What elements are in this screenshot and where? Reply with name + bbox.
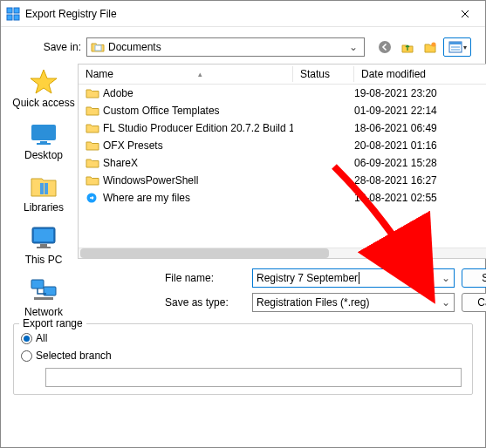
svg-rect-13	[37, 143, 51, 145]
network-icon	[28, 276, 59, 304]
file-name-input[interactable]: Registry 7 September ⌄	[252, 268, 455, 288]
svg-rect-18	[40, 244, 47, 247]
libraries-icon	[28, 172, 59, 200]
file-list-row[interactable]: Adobe19-08-2021 23:20	[79, 85, 486, 102]
svg-rect-11	[31, 125, 56, 140]
place-network[interactable]: Network	[10, 276, 78, 318]
radio-icon	[21, 333, 32, 344]
svg-rect-17	[34, 229, 53, 241]
documents-folder-icon	[91, 41, 105, 53]
export-registry-dialog: Export Registry File Save in: Documents …	[0, 0, 486, 448]
svg-rect-22	[34, 297, 53, 300]
export-range-group: Export range All Selected branch	[13, 323, 473, 395]
registry-icon	[6, 7, 20, 21]
place-desktop[interactable]: Desktop	[10, 119, 78, 161]
folder-icon	[86, 87, 99, 99]
folder-icon	[86, 122, 99, 134]
file-list-row[interactable]: ShareX06-09-2021 15:28	[79, 154, 486, 172]
row-name: WindowsPowerShell	[103, 174, 198, 187]
row-name: Custom Office Templates	[103, 105, 220, 117]
file-list-row[interactable]: Where are my files13-08-2021 02:55	[79, 189, 486, 207]
horizontal-scrollbar[interactable]	[79, 248, 486, 258]
row-date: 13-08-2021 02:55	[354, 192, 486, 204]
star-icon	[28, 67, 59, 95]
row-name: Where are my files	[103, 192, 190, 204]
file-list-header[interactable]: Name▴ Status Date modified	[79, 64, 486, 85]
radio-all[interactable]: All	[21, 329, 465, 347]
file-list-row[interactable]: FL Studio Producer Edition 20.7.2 Build …	[79, 119, 486, 137]
svg-rect-4	[95, 45, 101, 51]
folder-icon	[86, 157, 99, 169]
row-name: Adobe	[103, 87, 133, 99]
back-button[interactable]	[375, 37, 394, 57]
radio-icon	[21, 350, 32, 362]
save-in-dropdown[interactable]: Documents ⌄	[86, 37, 365, 57]
folder-icon	[86, 139, 99, 152]
row-name: ShareX	[103, 157, 138, 169]
svg-rect-20	[31, 280, 44, 288]
save-in-label: Save in:	[31, 41, 81, 53]
row-name: FL Studio Producer Edition 20.7.2 Build …	[103, 122, 293, 134]
column-name: Name▴	[79, 64, 293, 84]
chevron-down-icon: ⌄	[346, 41, 360, 53]
folder-icon	[86, 174, 99, 187]
svg-rect-1	[14, 8, 19, 13]
column-date: Date modified	[354, 64, 486, 84]
up-one-level-button[interactable]	[398, 37, 417, 57]
svg-rect-8	[449, 42, 462, 44]
chevron-down-icon: ⌄	[442, 272, 450, 284]
file-list-row[interactable]: Custom Office Templates01-09-2021 22:14	[79, 102, 486, 119]
place-libraries[interactable]: Libraries	[10, 172, 78, 214]
place-quick-access[interactable]: Quick access	[10, 67, 78, 109]
text-cursor	[359, 272, 359, 284]
shortcut-icon	[86, 192, 99, 204]
places-bar: Quick access Desktop Libraries This PC N…	[10, 64, 78, 318]
radio-selected-branch[interactable]: Selected branch	[21, 347, 465, 364]
svg-rect-14	[40, 183, 44, 194]
desktop-icon	[28, 119, 59, 147]
file-list[interactable]: Name▴ Status Date modified Adobe19-08-20…	[78, 64, 486, 259]
titlebar: Export Registry File	[1, 1, 485, 27]
row-date: 18-06-2021 06:49	[354, 122, 486, 134]
file-list-row[interactable]: WindowsPowerShell28-08-2021 16:27	[79, 172, 486, 189]
save-in-value: Documents	[108, 41, 161, 53]
window-title: Export Registry File	[25, 8, 445, 20]
row-date: 28-08-2021 16:27	[354, 174, 486, 187]
place-this-pc[interactable]: This PC	[10, 224, 78, 266]
view-menu-button[interactable]: ▾	[443, 37, 471, 57]
svg-rect-2	[7, 15, 12, 20]
row-date: 20-08-2021 01:16	[354, 139, 486, 152]
svg-rect-12	[40, 141, 47, 143]
cancel-button[interactable]: Cancel	[462, 293, 486, 312]
place-label: Desktop	[24, 149, 63, 161]
svg-rect-15	[44, 183, 48, 194]
file-name-label: File name:	[165, 272, 245, 284]
svg-rect-3	[14, 15, 19, 20]
folder-icon	[86, 105, 99, 117]
place-label: Network	[24, 306, 63, 318]
selected-branch-input[interactable]	[45, 368, 462, 387]
save-as-type-dropdown[interactable]: Registration Files (*.reg) ⌄	[252, 293, 455, 312]
place-label: This PC	[25, 254, 63, 266]
svg-rect-0	[7, 8, 12, 13]
chevron-down-icon: ⌄	[442, 296, 450, 309]
place-label: Quick access	[12, 97, 74, 109]
file-list-row[interactable]: OFX Presets20-08-2021 01:16	[79, 137, 486, 154]
this-pc-icon	[28, 224, 59, 252]
place-label: Libraries	[24, 201, 64, 214]
sort-indicator-icon: ▴	[198, 70, 202, 78]
row-date: 06-09-2021 15:28	[354, 157, 486, 169]
row-name: OFX Presets	[103, 139, 163, 152]
close-button[interactable]	[445, 1, 485, 27]
svg-rect-19	[37, 247, 51, 248]
new-folder-button[interactable]	[421, 37, 440, 57]
save-as-type-label: Save as type:	[165, 296, 245, 309]
svg-point-6	[431, 42, 435, 46]
column-status: Status	[293, 64, 354, 84]
export-range-legend: Export range	[19, 317, 86, 329]
row-date: 19-08-2021 23:20	[354, 87, 486, 99]
save-button[interactable]: Save	[462, 268, 486, 288]
svg-point-5	[379, 41, 391, 53]
row-date: 01-09-2021 22:14	[354, 105, 486, 117]
